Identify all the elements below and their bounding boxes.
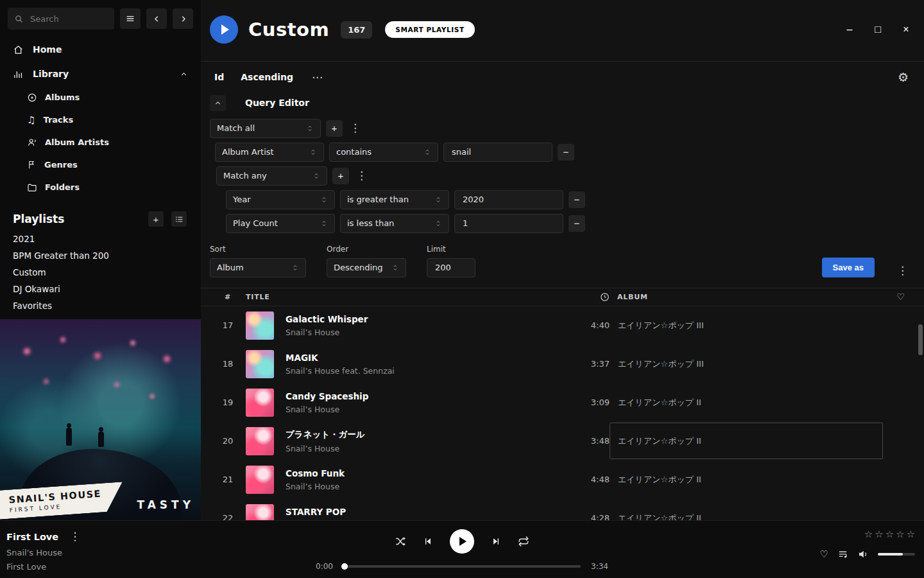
seek-handle[interactable] xyxy=(341,563,348,570)
sidebar-item-library[interactable]: Library xyxy=(0,62,201,86)
play-playlist-button[interactable] xyxy=(210,15,238,44)
add-rule-button[interactable]: + xyxy=(326,120,343,137)
artwork-brand: TASTY xyxy=(137,498,194,511)
save-as-button[interactable]: Save as xyxy=(822,258,875,277)
back-button[interactable] xyxy=(146,8,167,29)
remove-rule-button[interactable]: − xyxy=(569,191,585,208)
volume-slider[interactable] xyxy=(878,553,915,556)
shuffle-button[interactable] xyxy=(395,536,406,547)
save-options-button[interactable]: ⋮ xyxy=(895,264,910,277)
track-artwork xyxy=(246,466,274,494)
playlist-item-custom[interactable]: Custom xyxy=(0,264,201,281)
track-row[interactable]: 17 Galactic Whisper Snail’s House 4:40 エ… xyxy=(201,306,924,345)
previous-icon xyxy=(423,536,433,547)
queue-icon[interactable] xyxy=(837,549,848,560)
sidebar-item-album-artists[interactable]: Album Artists xyxy=(0,131,201,153)
rule-field-select[interactable]: Play Count xyxy=(226,214,335,233)
minimize-button[interactable]: – xyxy=(835,17,864,42)
playlist-view-button[interactable] xyxy=(171,211,187,227)
match-any-select[interactable]: Match any xyxy=(216,166,327,186)
music-note-icon: ♫ xyxy=(27,114,35,126)
remove-rule-button[interactable]: − xyxy=(569,215,585,232)
limit-label: Limit xyxy=(427,245,475,254)
more-options-button[interactable]: ⋯ xyxy=(310,71,325,84)
gear-icon[interactable]: ⚙ xyxy=(898,70,909,85)
group-options-button[interactable]: ⋮ xyxy=(354,169,369,182)
rule-operator-select[interactable]: is greater than xyxy=(340,190,449,209)
track-artist: Snail’s House xyxy=(286,482,562,491)
close-button[interactable]: × xyxy=(892,17,920,42)
track-row[interactable]: 18 MAGIK Snail’s House feat. Sennzai 3:3… xyxy=(201,345,924,383)
disc-icon xyxy=(27,92,37,103)
duration-column-header-clock-icon[interactable] xyxy=(600,292,610,302)
volume-icon[interactable] xyxy=(857,548,869,560)
sort-select[interactable]: Album xyxy=(210,258,306,277)
star-icon[interactable]: ☆ xyxy=(896,529,904,540)
seek-bar[interactable] xyxy=(343,565,581,568)
playlist-item-bpm[interactable]: BPM Greater than 200 xyxy=(0,247,201,264)
track-artwork xyxy=(246,311,274,340)
previous-button[interactable] xyxy=(423,536,433,547)
sort-field-button[interactable]: Id xyxy=(214,72,224,82)
forward-button[interactable] xyxy=(173,8,193,29)
star-icon[interactable]: ☆ xyxy=(875,529,883,540)
sidebar-item-albums[interactable]: Albums xyxy=(0,86,201,109)
maximize-button[interactable]: □ xyxy=(864,17,892,42)
menu-button[interactable] xyxy=(120,8,141,29)
track-album[interactable]: エイリアン☆ポップ II xyxy=(610,423,883,459)
track-row[interactable]: 21 Cosmo Funk Snail’s House 4:48 エイリアン☆ポ… xyxy=(201,460,924,499)
repeat-button[interactable] xyxy=(518,536,529,547)
sidebar-controls xyxy=(0,0,201,37)
playlist-item-favorites[interactable]: Favorites xyxy=(0,297,201,314)
rule-operator-select[interactable]: contains xyxy=(329,143,438,162)
play-pause-button[interactable] xyxy=(450,529,474,554)
star-icon[interactable]: ☆ xyxy=(907,529,915,540)
collapse-query-editor-button[interactable] xyxy=(210,95,226,111)
chevron-up-icon xyxy=(214,99,222,107)
search-box[interactable] xyxy=(8,8,114,30)
title-column-header[interactable]: TITLE xyxy=(246,293,562,301)
limit-input[interactable] xyxy=(434,262,468,273)
order-select[interactable]: Descending xyxy=(327,258,406,277)
sidebar-item-genres[interactable]: Genres xyxy=(0,153,201,176)
rule-value-input[interactable] xyxy=(461,194,556,205)
rule-value-input[interactable] xyxy=(450,146,545,157)
remove-rule-button[interactable]: − xyxy=(558,144,574,161)
playlist-item-2021[interactable]: 2021 xyxy=(0,231,201,247)
sidebar-item-tracks[interactable]: ♫ Tracks xyxy=(0,109,201,131)
star-icon[interactable]: ☆ xyxy=(864,529,873,540)
add-rule-button[interactable]: + xyxy=(332,168,349,184)
search-icon xyxy=(14,14,24,24)
next-button[interactable] xyxy=(491,536,501,547)
album-column-header[interactable]: ALBUM xyxy=(610,293,883,301)
unfold-icon xyxy=(434,220,442,227)
match-all-select[interactable]: Match all xyxy=(210,119,321,138)
rule-field-select[interactable]: Year xyxy=(226,190,335,209)
player-right-controls: ☆ ☆ ☆ ☆ ☆ ♡ xyxy=(820,529,915,560)
track-row[interactable]: 20 プラネット・ガール Snail’s House 3:48 エイリアン☆ポッ… xyxy=(201,422,924,460)
unfold-icon xyxy=(312,172,320,180)
track-duration: 4:48 xyxy=(562,475,610,484)
track-menu-button[interactable]: ⋮ xyxy=(67,530,82,543)
sidebar-item-folders[interactable]: Folders xyxy=(0,176,201,198)
rule-operator-select[interactable]: is less than xyxy=(340,214,449,233)
track-row[interactable]: 19 Candy Spaceship Snail’s House 3:09 エイ… xyxy=(201,383,924,422)
group-options-button[interactable]: ⋮ xyxy=(348,121,363,135)
now-playing-info: First Love ⋮ Snail's House First Love xyxy=(6,530,82,572)
sidebar-item-home[interactable]: Home xyxy=(0,37,201,62)
rule-value-input[interactable] xyxy=(461,218,556,229)
add-playlist-button[interactable]: + xyxy=(148,211,164,227)
star-icon[interactable]: ☆ xyxy=(886,529,894,540)
favorite-heart-icon[interactable]: ♡ xyxy=(820,548,828,560)
sort-direction-button[interactable]: Ascending xyxy=(241,72,293,82)
favorite-column-header-heart-icon[interactable]: ♡ xyxy=(896,292,905,302)
scrollbar[interactable] xyxy=(918,324,923,355)
search-input[interactable] xyxy=(29,13,108,24)
track-album: エイリアン☆ポップ II xyxy=(610,500,883,520)
track-title: MAGIK xyxy=(286,353,562,363)
chevron-right-icon xyxy=(178,14,188,24)
rule-field-select[interactable]: Album Artist xyxy=(215,143,324,162)
playlist-item-dj-okawari[interactable]: DJ Okawari xyxy=(0,281,201,297)
track-row[interactable]: 22 STARRY POP Snail’s House 4:28 エイリアン☆ポ… xyxy=(201,499,924,520)
track-title: Candy Spaceship xyxy=(286,391,562,401)
